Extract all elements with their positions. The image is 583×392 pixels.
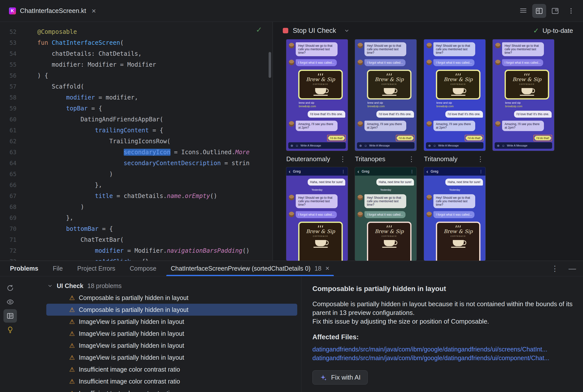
preview-phone[interactable]: Hey! Should we go to that cafe you menti… (286, 39, 348, 151)
kebab-menu-icon[interactable]: ⋮ (551, 264, 559, 273)
card-title: Brew & Sip (508, 76, 546, 82)
problem-row[interactable]: ⚠ImageView is partially hidden in layout (46, 340, 297, 352)
chat-bubble: I forgot what it was called... (433, 59, 474, 66)
code-line[interactable]: 71 ChatTextBar( (0, 234, 272, 245)
card-url: brew&sip.com (505, 105, 549, 108)
preview-phone[interactable]: Hey! Should we go to that cafe you menti… (424, 39, 485, 151)
code-line[interactable]: 60 DatingAndFriendsAppBar( (0, 114, 272, 125)
quick-fix-bulb-icon[interactable] (4, 323, 17, 336)
problems-toolbar (0, 276, 21, 392)
chat-bubble: I'd love that! It's this one. (514, 111, 552, 118)
problem-row[interactable]: ⚠Composable is partially hidden in layou… (46, 292, 297, 304)
tab-project-errors[interactable]: Project Errors (77, 261, 115, 276)
tab-file[interactable]: File (53, 261, 63, 276)
code-line[interactable]: 61 trailingContent = { (0, 125, 272, 136)
problem-row[interactable]: ⚠Composable is partially hidden in layou… (46, 304, 297, 316)
avatar (495, 60, 501, 65)
problems-group-row[interactable]: UI Check 18 problems (21, 280, 301, 292)
editor-scrollbar[interactable] (268, 52, 271, 78)
variant-name: Tritanopes (355, 155, 385, 163)
code-line[interactable]: 56) { (0, 70, 272, 81)
code-line[interactable]: 67 title = chatDetails.name.orEmpty() (0, 190, 272, 202)
warning-icon: ⚠ (69, 366, 75, 373)
code-line[interactable]: 59 topBar = { (0, 103, 272, 114)
coffee-cup-icon (521, 88, 532, 94)
code-line[interactable]: 62 TrailingIconsRow( (0, 136, 272, 147)
variant-menu-icon[interactable]: ⋮ (477, 155, 485, 163)
fix-with-ai-button[interactable]: Fix with AI (313, 370, 368, 384)
tab-close-icon[interactable]: × (92, 7, 96, 15)
show-details-icon[interactable] (4, 309, 17, 322)
back-icon: ‹ (289, 169, 290, 174)
view-options-eye-icon[interactable] (4, 295, 17, 309)
code-line[interactable]: 69 }, (0, 212, 272, 223)
ui-check-issue-highlight: I'd do that! (396, 135, 414, 141)
code-line[interactable]: 70 bottomBar = { (0, 223, 272, 234)
card-subtitle: brew and sip (367, 101, 412, 104)
variant-menu-icon[interactable]: ⋮ (408, 155, 416, 163)
problem-row[interactable]: ⚠Insufficient text color contrast ratio (46, 387, 297, 392)
code-line[interactable]: 55 modifier: Modifier = Modifier (0, 59, 272, 70)
tab-compose[interactable]: Compose (130, 261, 156, 276)
add-icon: ⊕ (428, 144, 431, 148)
code-line[interactable]: 54 chatDetails: ChatDetails, (0, 48, 272, 59)
affected-file-link-2[interactable]: datingandfriends/src/main/java/com/ibm/g… (313, 354, 573, 362)
split-editor-preview-icon[interactable] (532, 4, 546, 18)
code-line[interactable]: 57 Scaffold( (0, 81, 272, 92)
steam-icon (370, 225, 408, 228)
stop-ui-check-button[interactable]: Stop UI Check (283, 27, 336, 34)
code-line[interactable]: 73 onAddClick = {} (0, 256, 272, 261)
chat-bubble: Amazing, I'll see you there at 2pm? (433, 121, 475, 131)
emoji-icon: ☺ (295, 144, 299, 148)
code-line[interactable]: 64 secondaryContentDescription = strin (0, 158, 272, 169)
add-icon: ⊕ (497, 144, 500, 148)
problems-tree: UI Check 18 problems ⚠Composable is part… (21, 276, 301, 392)
tab-preview[interactable]: ChatInterfaceScreenPreview (sortedChatDe… (171, 261, 329, 276)
code-line[interactable]: 52@Composable (0, 26, 272, 37)
ui-check-device-icon[interactable] (548, 4, 562, 18)
affected-file-link-1[interactable]: datingandfriends/src/main/java/com/ibm/g… (313, 345, 573, 354)
tool-window-title[interactable]: Problems (10, 265, 38, 272)
day-separator: Yesterday (426, 188, 483, 191)
problem-row[interactable]: ⚠Insufficient image color contrast ratio (46, 364, 297, 375)
preview-phone[interactable]: Hey! Should we go to that cafe you menti… (355, 39, 416, 151)
problem-row[interactable]: ⚠ImageView is partially hidden in layout (46, 328, 297, 340)
preview-phone[interactable]: Hey! Should we go to that cafe you menti… (493, 39, 554, 151)
code-line[interactable]: 58 modifier = modifier, (0, 92, 272, 103)
line-number: 61 (0, 125, 17, 136)
coffee-cup-icon (315, 88, 326, 94)
code-line[interactable]: 66 }, (0, 180, 272, 190)
chat-bubble-row: Haha, next time for sure! (289, 178, 345, 186)
minimize-icon[interactable]: — (568, 264, 576, 273)
chevron-down-icon[interactable] (344, 27, 350, 34)
chat-bubble-row: Amazing, I'll see you there at 2pm? (426, 121, 483, 131)
code-line[interactable]: 65 ) (0, 169, 272, 180)
code-line[interactable]: 53fun ChatInterfaceScreen( (0, 37, 272, 48)
avatar (495, 121, 501, 126)
chat-bubble: Hey! Should we go to that cafe you menti… (364, 194, 406, 208)
chat-bubble-row: I forgot what it was called... (495, 59, 552, 66)
problem-fix-hint: Fix this issue by adjusting the size or … (313, 317, 573, 326)
problem-row[interactable]: ⚠ImageView is partially hidden in layout (46, 316, 297, 328)
code-line[interactable]: 68 ) (0, 202, 272, 212)
code-editor[interactable]: 52@Composable53fun ChatInterfaceScreen(5… (0, 22, 273, 261)
variant-menu-icon[interactable]: ⋮ (339, 155, 348, 163)
preview-phone[interactable]: ‹Greg⋮Haha, next time for sure!Yesterday… (424, 167, 485, 261)
editor-tab[interactable]: K ChatInterfaceScreen.kt × (9, 0, 96, 22)
problem-row[interactable]: ⚠ImageView is partially hidden in layout (46, 352, 297, 364)
tab-close-icon[interactable]: × (325, 265, 329, 272)
code-line[interactable]: 63 secondaryIcon = Icons.Outlined.More (0, 147, 272, 158)
kebab-menu-icon[interactable] (564, 4, 578, 18)
avatar (289, 121, 294, 126)
inspections-ok-icon[interactable]: ✓ (256, 25, 262, 34)
rerun-ui-check-icon[interactable] (4, 281, 17, 295)
preview-phone[interactable]: ‹Greg⋮Haha, next time for sure!Yesterday… (286, 167, 348, 261)
preview-phone[interactable]: ‹Greg⋮Haha, next time for sure!Yesterday… (355, 167, 416, 261)
code-line[interactable]: 72 modifier = Modifier.navigationBarsPad… (0, 245, 272, 256)
card-band: COFFEE&CO (302, 235, 340, 237)
problem-row[interactable]: ⚠Insufficient image color contrast ratio (46, 375, 297, 387)
editor-structure-icon[interactable] (516, 4, 530, 18)
preview-variant-label-row: Tritanomaly⋮ (424, 151, 485, 167)
chat-bubble-row: I'd love that! It's this one. (289, 111, 345, 118)
chat-bubble: I forgot what it was called... (364, 211, 406, 218)
